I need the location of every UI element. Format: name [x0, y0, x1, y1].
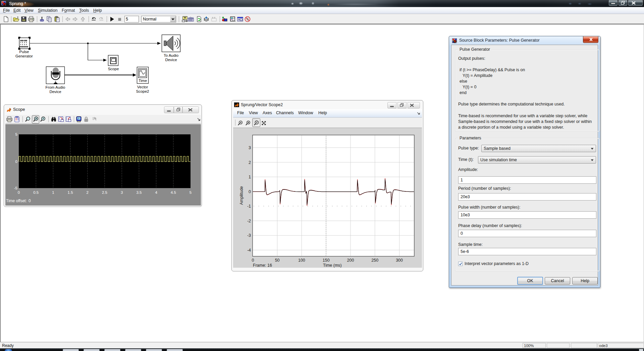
- svg-text:0: 0: [15, 160, 17, 164]
- svg-text:300: 300: [396, 258, 403, 263]
- svg-text:-2: -2: [247, 219, 251, 223]
- svg-text:0: 0: [249, 189, 251, 194]
- svg-text:2.5: 2.5: [102, 190, 107, 194]
- svg-text:Frame: 16: Frame: 16: [253, 263, 272, 268]
- svg-text:0: 0: [18, 190, 20, 194]
- svg-text:-3: -3: [247, 233, 251, 238]
- svg-text:100: 100: [298, 258, 305, 263]
- svg-text:250: 250: [371, 258, 378, 263]
- svg-text:200: 200: [347, 258, 354, 263]
- svg-text:Time: Time: [139, 79, 147, 83]
- svg-text:5: 5: [15, 132, 17, 136]
- svg-text:1.5: 1.5: [68, 190, 73, 194]
- svg-text:2: 2: [249, 160, 251, 165]
- svg-text:0: 0: [29, 199, 31, 203]
- svg-text:-5: -5: [14, 186, 17, 190]
- svg-text:4.5: 4.5: [171, 190, 176, 194]
- svg-text:3: 3: [121, 190, 123, 194]
- svg-text:1: 1: [52, 190, 54, 194]
- svg-text:0: 0: [252, 258, 254, 263]
- svg-text:-4: -4: [247, 248, 251, 253]
- svg-text:5: 5: [190, 190, 192, 194]
- svg-text:Amplitude: Amplitude: [239, 186, 244, 205]
- svg-text:Time (ms): Time (ms): [323, 263, 342, 268]
- svg-text:1: 1: [249, 175, 251, 179]
- svg-text:Time offset:: Time offset:: [6, 199, 27, 203]
- svg-text:0.5: 0.5: [33, 190, 39, 194]
- svg-text:150: 150: [323, 258, 330, 263]
- svg-text:3: 3: [249, 145, 251, 150]
- svg-text:2: 2: [87, 190, 89, 194]
- svg-text:4: 4: [155, 190, 157, 194]
- svg-text:-1: -1: [247, 204, 251, 209]
- svg-text:3.5: 3.5: [136, 190, 142, 194]
- svg-text:50: 50: [275, 258, 280, 263]
